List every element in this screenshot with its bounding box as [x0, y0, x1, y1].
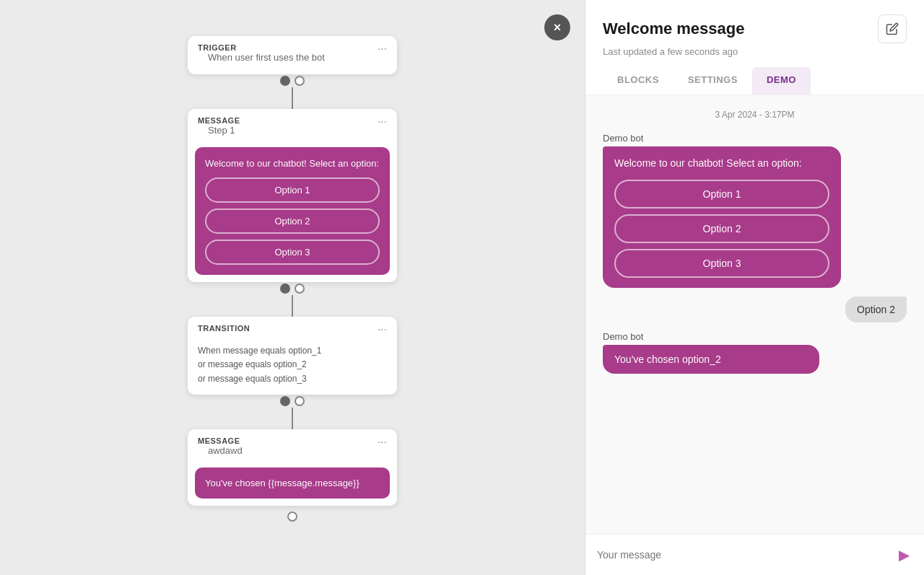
- trigger-header: TRIGGER When user first uses the bot ···: [188, 36, 397, 74]
- connector-bottom: [287, 506, 297, 522]
- message2-bubble-text: You've chosen {{message.message}}: [205, 478, 359, 488]
- dot-empty-3: [295, 396, 305, 406]
- dot-filled-3: [280, 396, 290, 406]
- line-2: [292, 295, 293, 317]
- panel-subtitle: Last updated a few seconds ago: [603, 46, 907, 57]
- transition-label: TRANSITION: [198, 324, 250, 333]
- panel-title-row: Welcome message: [603, 14, 907, 43]
- tab-settings[interactable]: SETTINGS: [674, 67, 752, 95]
- message1-bubble: Welcome to our chatbot! Select an option…: [195, 147, 390, 275]
- user-bubble: Option 2: [845, 297, 907, 322]
- flow-container: TRIGGER When user first uses the bot ···…: [184, 36, 401, 522]
- line-3: [292, 408, 293, 429]
- message1-bubble-text: Welcome to our chatbot! Select an option…: [205, 157, 380, 170]
- transition-header: TRANSITION ···: [188, 317, 397, 340]
- trigger-label: TRIGGER: [198, 43, 335, 52]
- bot-label-2: Demo bot: [603, 331, 907, 342]
- transition-node: TRANSITION ··· When message equals optio…: [188, 317, 397, 395]
- message1-header: MESSAGE Step 1 ···: [188, 109, 397, 147]
- tabs: BLOCKS SETTINGS DEMO: [603, 67, 907, 95]
- demo-option-1[interactable]: Option 1: [614, 180, 829, 209]
- trigger-node: TRIGGER When user first uses the bot ···: [188, 36, 397, 74]
- trigger-menu[interactable]: ···: [378, 43, 387, 55]
- user-message-section: Option 2: [603, 297, 907, 322]
- canvas-option-1[interactable]: Option 1: [205, 177, 380, 203]
- close-icon: ×: [554, 20, 562, 35]
- transition-menu[interactable]: ···: [378, 324, 387, 335]
- message2-label: MESSAGE: [198, 436, 253, 445]
- message-node-2: MESSAGE awdawd ··· You've chosen {{messa…: [188, 429, 397, 506]
- message-input[interactable]: [597, 549, 896, 561]
- edit-button[interactable]: [878, 14, 907, 43]
- trigger-subtitle: When user first uses the bot: [198, 52, 335, 70]
- dot-empty-bottom: [287, 512, 297, 522]
- bot-response-bubble: You've chosen option_2: [603, 345, 819, 374]
- connector-2: [280, 282, 305, 295]
- tab-blocks[interactable]: BLOCKS: [603, 67, 674, 95]
- bot-message-1-section: Demo bot Welcome to our chatbot! Select …: [603, 133, 907, 288]
- panel-header: Welcome message Last updated a few secon…: [585, 0, 924, 95]
- dot-empty-2: [295, 284, 305, 294]
- demo-area: 3 Apr 2024 - 3:17PM Demo bot Welcome to …: [585, 95, 924, 534]
- message2-bubble: You've chosen {{message.message}}: [195, 468, 390, 499]
- close-button[interactable]: ×: [544, 14, 570, 40]
- canvas-area: × TRIGGER When user first uses the bot ·…: [0, 0, 585, 575]
- transition-condition: When message equals option_1 or message …: [198, 344, 387, 386]
- demo-date: 3 Apr 2024 - 3:17PM: [603, 110, 907, 120]
- bot-bubble-1: Welcome to our chatbot! Select an option…: [603, 146, 841, 288]
- bot-message-2-section: Demo bot You've chosen option_2: [603, 331, 907, 374]
- message-node-1: MESSAGE Step 1 ··· Welcome to our chatbo…: [188, 109, 397, 282]
- bot-bubble-text: Welcome to our chatbot! Select an option…: [614, 157, 829, 171]
- panel-title: Welcome message: [603, 19, 744, 38]
- message-input-bar: ▶: [585, 534, 924, 575]
- transition-content: When message equals option_1 or message …: [188, 340, 397, 395]
- bot-label-1: Demo bot: [603, 133, 907, 144]
- message2-header: MESSAGE awdawd ···: [188, 429, 397, 468]
- demo-option-2[interactable]: Option 2: [614, 214, 829, 243]
- line-1: [292, 87, 293, 109]
- message1-label: MESSAGE: [198, 116, 245, 125]
- canvas-option-2[interactable]: Option 2: [205, 209, 380, 234]
- dot-empty: [295, 76, 305, 86]
- message2-subtitle: awdawd: [198, 445, 253, 463]
- send-button[interactable]: ▶: [896, 543, 912, 566]
- connector-3: [280, 395, 305, 408]
- edit-icon: [886, 22, 899, 35]
- message1-subtitle: Step 1: [198, 125, 245, 143]
- dot-filled: [280, 76, 290, 86]
- canvas-option-3[interactable]: Option 3: [205, 240, 380, 265]
- dot-filled-2: [280, 284, 290, 294]
- message1-menu[interactable]: ···: [378, 116, 387, 128]
- right-panel: Welcome message Last updated a few secon…: [585, 0, 924, 575]
- connector-1: [280, 74, 305, 87]
- message2-menu[interactable]: ···: [378, 436, 387, 448]
- tab-demo[interactable]: DEMO: [752, 67, 811, 95]
- demo-option-3[interactable]: Option 3: [614, 249, 829, 278]
